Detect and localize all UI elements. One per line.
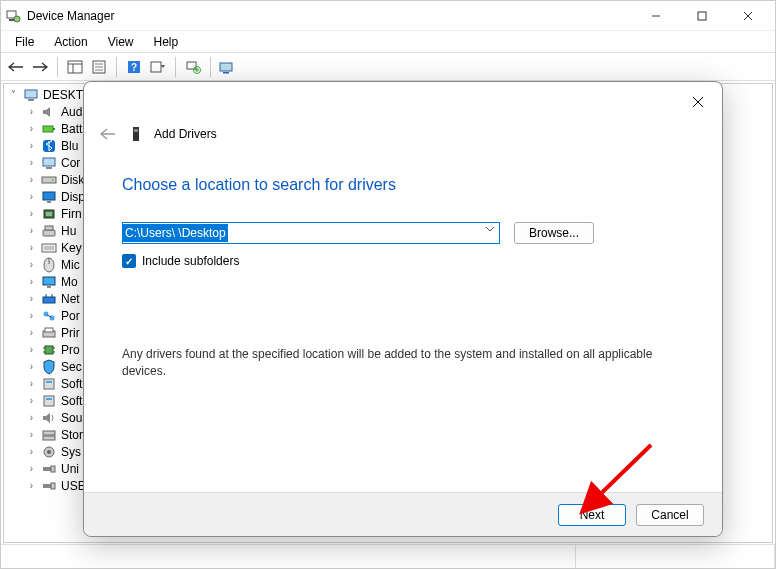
browse-button[interactable]: Browse... xyxy=(514,222,594,244)
svg-rect-20 xyxy=(223,72,229,74)
include-subfolders-checkbox[interactable] xyxy=(122,254,136,268)
processor-icon xyxy=(41,342,57,358)
scan-hardware-button[interactable] xyxy=(182,56,204,78)
show-hide-tree-button[interactable] xyxy=(64,56,86,78)
window-title: Device Manager xyxy=(27,9,633,23)
system-icon xyxy=(41,444,57,460)
tree-item-label: Blu xyxy=(61,139,78,153)
expand-icon[interactable]: › xyxy=(26,140,37,151)
computer-icon xyxy=(23,87,39,103)
expand-icon[interactable]: › xyxy=(26,429,37,440)
dialog-close-button[interactable] xyxy=(688,92,708,112)
firmware-icon xyxy=(41,206,57,222)
tree-item-label: Key xyxy=(61,241,82,255)
svg-rect-34 xyxy=(43,230,55,236)
expand-icon[interactable]: › xyxy=(26,191,37,202)
security-icon xyxy=(41,359,57,375)
mouse-icon xyxy=(41,257,57,273)
minimize-button[interactable] xyxy=(633,1,679,31)
expand-icon[interactable]: › xyxy=(26,276,37,287)
window-controls xyxy=(633,1,771,31)
dialog-back-button[interactable] xyxy=(98,124,118,144)
back-button[interactable] xyxy=(5,56,27,78)
svg-rect-41 xyxy=(43,277,55,285)
menu-help[interactable]: Help xyxy=(144,33,189,51)
svg-point-63 xyxy=(47,450,51,454)
dialog-footer: Next Cancel xyxy=(84,492,722,536)
collapse-icon[interactable]: ˅ xyxy=(8,89,19,100)
svg-rect-71 xyxy=(134,129,138,132)
help-button[interactable]: ? xyxy=(123,56,145,78)
port-icon xyxy=(41,308,57,324)
expand-icon[interactable]: › xyxy=(26,106,37,117)
menu-view[interactable]: View xyxy=(98,33,144,51)
expand-icon[interactable]: › xyxy=(26,446,37,457)
menu-file[interactable]: File xyxy=(5,33,44,51)
svg-rect-16 xyxy=(151,62,161,72)
expand-icon[interactable]: › xyxy=(26,361,37,372)
tree-item-label: Pro xyxy=(61,343,80,357)
driver-icon xyxy=(128,126,144,142)
expand-icon[interactable]: › xyxy=(26,480,37,491)
info-text: Any drivers found at the specified locat… xyxy=(122,346,684,380)
svg-rect-65 xyxy=(51,466,55,472)
expand-icon[interactable]: › xyxy=(26,327,37,338)
svg-rect-30 xyxy=(43,192,55,200)
svg-rect-58 xyxy=(44,396,54,406)
tree-item-label: Sec xyxy=(61,360,82,374)
svg-rect-21 xyxy=(25,90,37,98)
tree-item-label: Net xyxy=(61,292,80,306)
path-value: C:\Users\ \Desktop xyxy=(123,224,228,242)
next-button[interactable]: Next xyxy=(558,504,626,526)
tree-item-label: Disp xyxy=(61,190,85,204)
svg-rect-64 xyxy=(43,467,51,471)
action-button[interactable] xyxy=(147,56,169,78)
app-icon xyxy=(5,8,21,24)
dialog-heading: Choose a location to search for drivers xyxy=(122,176,684,194)
expand-icon[interactable]: › xyxy=(26,395,37,406)
usb-icon xyxy=(41,478,57,494)
expand-icon[interactable]: › xyxy=(26,293,37,304)
dialog-title: Add Drivers xyxy=(154,127,217,141)
expand-icon[interactable]: › xyxy=(26,157,37,168)
dialog-body: Choose a location to search for drivers … xyxy=(84,144,722,380)
tree-item-label: USE xyxy=(61,479,86,493)
add-driver-button[interactable] xyxy=(217,56,239,78)
svg-rect-57 xyxy=(46,381,52,383)
chevron-down-icon[interactable] xyxy=(485,226,495,232)
svg-rect-51 xyxy=(45,346,53,354)
expand-icon[interactable]: › xyxy=(26,378,37,389)
display-icon xyxy=(41,189,57,205)
forward-button[interactable] xyxy=(29,56,51,78)
printqueue-icon xyxy=(41,325,57,341)
tree-item-label: Soft xyxy=(61,394,82,408)
expand-icon[interactable]: › xyxy=(26,123,37,134)
tree-item-label: Uni xyxy=(61,462,79,476)
svg-rect-43 xyxy=(43,297,55,303)
svg-rect-66 xyxy=(43,484,51,488)
expand-icon[interactable]: › xyxy=(26,225,37,236)
include-subfolders-label: Include subfolders xyxy=(142,254,239,268)
statusbar xyxy=(1,544,775,568)
toolbar-separator xyxy=(57,57,58,77)
expand-icon[interactable]: › xyxy=(26,344,37,355)
expand-icon[interactable]: › xyxy=(26,242,37,253)
expand-icon[interactable]: › xyxy=(26,463,37,474)
expand-icon[interactable]: › xyxy=(26,174,37,185)
maximize-button[interactable] xyxy=(679,1,725,31)
path-combobox[interactable]: C:\Users\ \Desktop xyxy=(122,222,500,244)
tree-item-label: Por xyxy=(61,309,80,323)
svg-rect-26 xyxy=(43,158,55,166)
cancel-button[interactable]: Cancel xyxy=(636,504,704,526)
expand-icon[interactable]: › xyxy=(26,310,37,321)
device-manager-window: Device Manager File Action View Help ? xyxy=(0,0,776,569)
properties-button[interactable] xyxy=(88,56,110,78)
expand-icon[interactable]: › xyxy=(26,412,37,423)
expand-icon[interactable]: › xyxy=(26,208,37,219)
svg-rect-50 xyxy=(45,328,53,332)
close-button[interactable] xyxy=(725,1,771,31)
expand-icon[interactable]: › xyxy=(26,259,37,270)
status-segment xyxy=(576,545,775,568)
svg-rect-24 xyxy=(53,128,55,130)
menu-action[interactable]: Action xyxy=(44,33,97,51)
